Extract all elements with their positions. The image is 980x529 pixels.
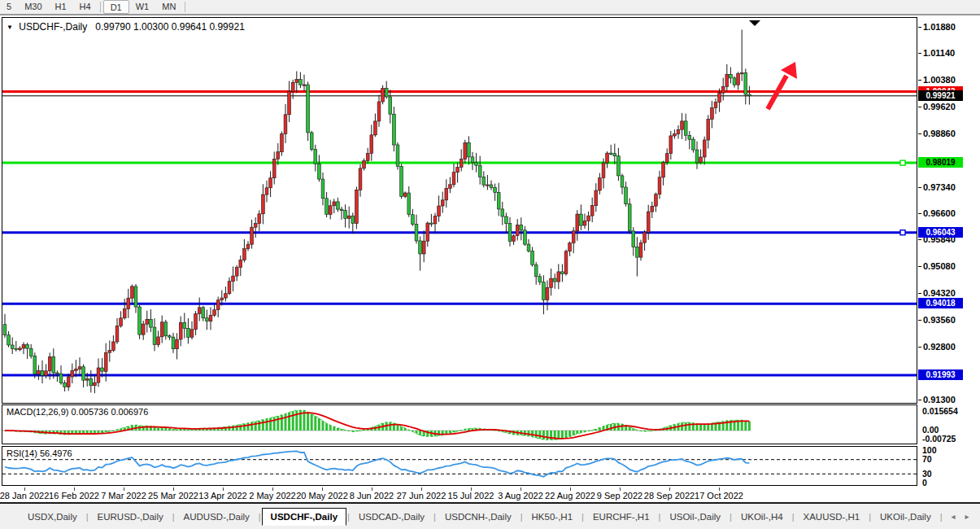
date-label: 8 Jun 2022 <box>350 491 394 501</box>
rsi-axis-value: 0 <box>922 478 927 487</box>
date-label: 9 Sep 2022 <box>597 491 642 501</box>
timeframe-h4-button[interactable]: H4 <box>73 0 98 14</box>
tab-xauusd-h1[interactable]: XAUUSD-,H1 <box>795 509 869 525</box>
tab-ukoil-daily[interactable]: UKOil-,Daily <box>872 509 939 525</box>
date-label: 2 May 2022 <box>249 491 295 501</box>
rsi-panel[interactable] <box>2 446 917 486</box>
high-marker-icon <box>749 20 760 26</box>
tab-usdcad-daily[interactable]: USDCAD-,Daily <box>351 509 433 525</box>
date-axis: 28 Jan 2022 16 Feb 2022 7 Mar 2022 25 Ma… <box>0 487 980 502</box>
price-line-label: 0.99921 <box>918 90 963 101</box>
red-up-arrow[interactable] <box>768 62 797 109</box>
tab-separator: | <box>939 512 943 522</box>
date-label: 15 Jul 2022 <box>448 491 494 501</box>
tab-usdx-daily[interactable]: USDX,Daily <box>20 509 85 525</box>
price-tick: 1.01880 <box>923 22 956 32</box>
date-label: 28 Jan 2022 <box>0 491 49 501</box>
chevron-down-icon: ▼ <box>7 24 13 31</box>
tabs-scroll-left-icon[interactable]: ◂ <box>952 512 965 521</box>
timeframe-mn-button[interactable]: MN <box>155 0 182 14</box>
timeframe-5-button[interactable]: 5 <box>0 0 18 14</box>
tab-hk50-h1[interactable]: HK50-,H1 <box>524 509 581 525</box>
price-tick: 0.99620 <box>923 102 956 111</box>
tab-eurchf-h1[interactable]: EURCHF-,H1 <box>585 509 658 525</box>
timeframe-w1-button[interactable]: W1 <box>129 0 156 14</box>
price-tick: 0.93560 <box>923 315 956 325</box>
toolbar-separator <box>185 2 185 12</box>
date-label: 3 Aug 2022 <box>498 491 543 501</box>
date-label: 20 May 2022 <box>296 491 348 501</box>
candlestick-chart[interactable] <box>2 18 917 403</box>
rsi-axis-value: 70 <box>922 454 932 464</box>
date-label: 28 Sep 2022 <box>644 491 695 501</box>
price-line-label: 0.94018 <box>918 298 963 308</box>
timeframe-toolbar: 5M30H1H4D1W1MN <box>0 0 980 15</box>
timeframe-d1-button[interactable]: D1 <box>103 0 129 14</box>
price-tick: 0.96600 <box>923 208 956 218</box>
price-line-label: 0.91993 <box>918 369 963 380</box>
price-tick: 0.94320 <box>923 288 956 298</box>
hline-handle[interactable] <box>900 230 905 235</box>
tab-usoil-daily[interactable]: USOil-,Daily <box>661 509 729 525</box>
tab-eurusd-daily[interactable]: EURUSD-,Daily <box>89 509 172 525</box>
date-label: 13 Apr 2022 <box>198 491 246 501</box>
rsi-chart <box>2 447 917 485</box>
price-tick: 0.98860 <box>923 129 956 138</box>
chart-ohlc-values: 0.99790 1.00300 0.99641 0.99921 <box>95 21 245 33</box>
timeframe-m30-button[interactable]: M30 <box>18 0 48 14</box>
tab-usdchf-daily[interactable]: USDCHF-,Daily <box>262 508 346 526</box>
macd-axis-value: -0.00725 <box>922 434 956 444</box>
main-chart-panel[interactable] <box>2 17 917 404</box>
price-line-label: 0.96043 <box>918 227 963 238</box>
date-label: 7 Mar 2022 <box>101 491 146 501</box>
price-line-label: 0.98019 <box>918 157 963 168</box>
hline-handle[interactable] <box>900 160 905 165</box>
price-tick: 0.97340 <box>923 182 956 192</box>
date-label: 16 Feb 2022 <box>49 491 99 501</box>
mt4-window: 5M30H1H4D1W1MN ▼ USDCHF-,Daily 0.99790 1… <box>0 0 980 529</box>
price-tick: 0.91300 <box>923 395 956 404</box>
date-label: 25 Mar 2022 <box>148 491 198 501</box>
toolbar-separator <box>100 2 101 12</box>
price-axis: 1.01880 1.01140 1.00380 0.99620 0.98860 … <box>918 15 980 487</box>
macd-label: MACD(12,26,9) 0.005736 0.006976 <box>7 407 148 417</box>
price-tick: 1.00380 <box>923 75 956 85</box>
price-tick: 1.01140 <box>923 48 955 58</box>
chart-symbol: USDCHF-,Daily <box>19 21 87 33</box>
chart-title: ▼ USDCHF-,Daily 0.99790 1.00300 0.99641 … <box>7 21 245 33</box>
rsi-label: RSI(14) 56.4976 <box>7 448 72 458</box>
date-label: 27 Jun 2022 <box>397 491 446 501</box>
tabs-scroll-right-icon[interactable]: ▸ <box>965 512 979 521</box>
tab-audusd-daily[interactable]: AUDUSD-,Daily <box>176 509 258 525</box>
tab-ukoil-h4[interactable]: UKOil-,H4 <box>733 509 791 525</box>
price-tick: 0.92800 <box>923 342 956 352</box>
macd-axis-value: 0.015654 <box>922 406 958 416</box>
date-label: 17 Oct 2022 <box>695 491 743 501</box>
symbol-tab-bar: USDX,Daily|EURUSD-,Daily|AUDUSD-,Daily|U… <box>0 504 980 529</box>
price-tick: 0.95080 <box>923 261 956 271</box>
tab-usdcnh-daily[interactable]: USDCNH-,Daily <box>437 509 520 525</box>
date-label: 22 Aug 2022 <box>545 491 595 501</box>
timeframe-h1-button[interactable]: H1 <box>49 0 73 14</box>
